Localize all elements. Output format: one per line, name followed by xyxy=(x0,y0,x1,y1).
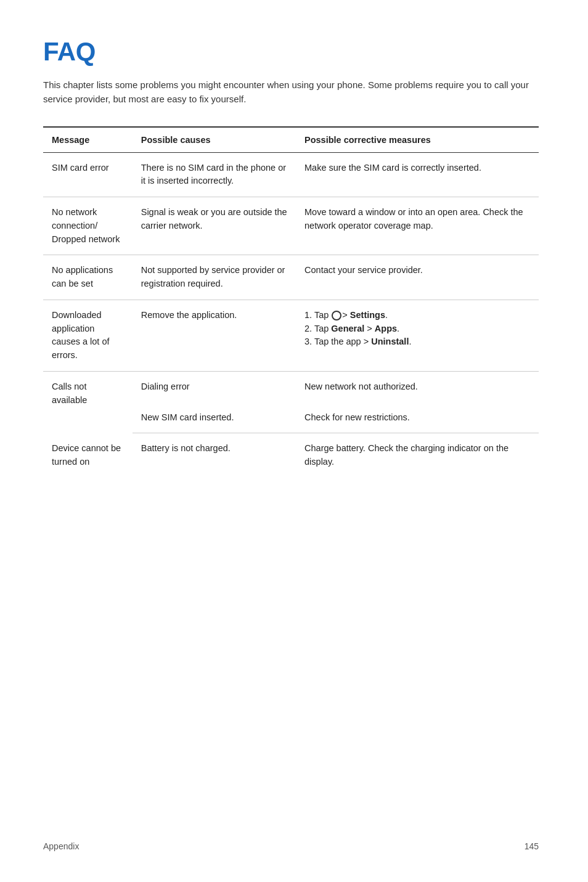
table-row: Downloaded application causes a lot of e… xyxy=(43,300,539,371)
measure-cell: Move toward a window or into an open are… xyxy=(296,197,539,255)
cause-cell: Battery is not charged. xyxy=(133,433,296,478)
message-cell: SIM card error xyxy=(43,152,133,197)
message-cell: No applications can be set xyxy=(43,255,133,300)
measure-cell: Make sure the SIM card is correctly inse… xyxy=(296,152,539,197)
table-row: SIM card error There is no SIM card in t… xyxy=(43,152,539,197)
measure-cell: Charge battery. Check the charging indic… xyxy=(296,433,539,478)
measure-step-2: 2. Tap General > Apps. xyxy=(304,322,530,336)
cause-cell: Not supported by service provider or reg… xyxy=(133,255,296,300)
measure-cell: 1. Tap > Settings. 2. Tap General > Apps… xyxy=(296,300,539,371)
message-cell: Calls not available xyxy=(43,371,133,433)
message-cell: No network connection/ Dropped network xyxy=(43,197,133,255)
footer-label: Appendix xyxy=(43,841,79,851)
message-cell: Device cannot be turned on xyxy=(43,433,133,478)
cause-cell: Remove the application. xyxy=(133,300,296,371)
measure-cell: Contact your service provider. xyxy=(296,255,539,300)
cause-cell: Dialing error xyxy=(133,371,296,402)
table-row: No applications can be set Not supported… xyxy=(43,255,539,300)
cause-cell: New SIM card inserted. xyxy=(133,402,296,433)
message-cell: Downloaded application causes a lot of e… xyxy=(43,300,133,371)
header-measures: Possible corrective measures xyxy=(296,127,539,153)
page-title: FAQ xyxy=(43,37,539,67)
cause-cell: Signal is weak or you are outside the ca… xyxy=(133,197,296,255)
table-row: No network connection/ Dropped network S… xyxy=(43,197,539,255)
table-row: Device cannot be turned on Battery is no… xyxy=(43,433,539,478)
page-footer: Appendix 145 xyxy=(43,841,539,851)
table-row: Calls not available Dialing error New ne… xyxy=(43,371,539,402)
measure-step-1: 1. Tap > Settings. xyxy=(304,309,530,322)
header-message: Message xyxy=(43,127,133,153)
footer-page-number: 145 xyxy=(525,841,539,851)
cause-cell: There is no SIM card in the phone or it … xyxy=(133,152,296,197)
faq-table: Message Possible causes Possible correct… xyxy=(43,126,539,478)
table-header-row: Message Possible causes Possible correct… xyxy=(43,127,539,153)
measure-step-3: 3. Tap the app > Uninstall. xyxy=(304,335,530,349)
intro-paragraph: This chapter lists some problems you mig… xyxy=(43,78,539,107)
measure-cell: New network not authorized. xyxy=(296,371,539,402)
header-causes: Possible causes xyxy=(133,127,296,153)
measure-cell: Check for new restrictions. xyxy=(296,402,539,433)
home-circle-icon xyxy=(332,311,341,321)
